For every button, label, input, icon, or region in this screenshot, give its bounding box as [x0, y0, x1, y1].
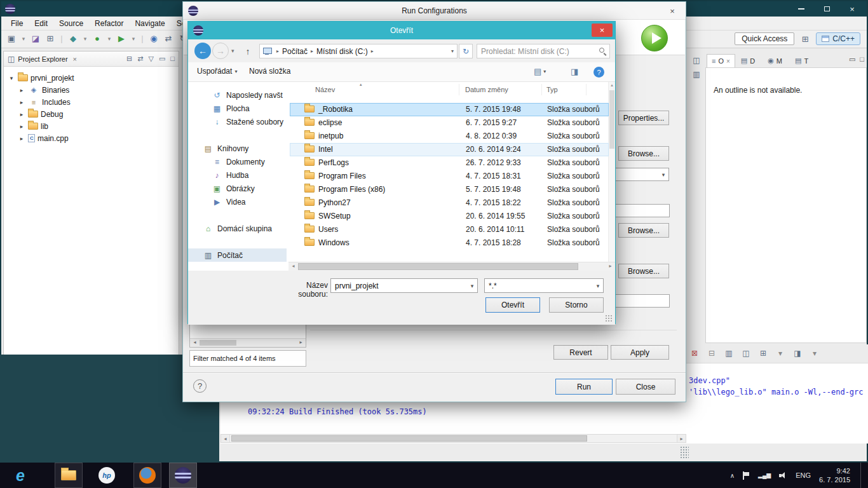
sidebar-item[interactable]: ≡ Dokumenty [188, 155, 287, 168]
breadcrumb-arrow-icon[interactable]: ▸ [368, 48, 374, 54]
column-header-name[interactable]: Název [315, 86, 335, 93]
toolbar-icon[interactable]: ▾ [107, 36, 112, 42]
help-button[interactable]: ? [193, 379, 207, 393]
view-mode-button[interactable]: ▤ ▾ [534, 67, 546, 76]
resize-grip[interactable] [680, 446, 689, 459]
volume-icon[interactable] [779, 471, 787, 479]
new-folder-button[interactable]: Nová složka [249, 67, 290, 76]
file-row[interactable]: Program Files (x86) 5. 7. 2015 19:48 Slo… [290, 183, 609, 196]
action-center-flag-icon[interactable] [743, 471, 750, 480]
scroll-right-icon[interactable]: ▸ [297, 339, 305, 345]
search-icon[interactable] [599, 48, 604, 53]
restore-view-icon[interactable]: ◫ [691, 56, 702, 65]
toolbar-icon[interactable]: | [60, 34, 64, 43]
show-desktop-button[interactable] [860, 463, 864, 488]
console-horizontal-scrollbar[interactable]: ◂ ▸ [220, 434, 686, 443]
close-button[interactable]: × [844, 3, 860, 15]
filename-combobox[interactable]: ▾ [330, 278, 478, 293]
view-tab[interactable]: ▤ D [736, 54, 762, 67]
up-button[interactable]: ↑ [240, 44, 255, 58]
refresh-button[interactable]: ↻ [459, 44, 473, 58]
quick-access-button[interactable]: Quick Access [735, 32, 794, 45]
toolbar-icon[interactable]: ◪ [31, 34, 41, 43]
taskbar-item-internet-explorer[interactable]: e [6, 463, 34, 488]
scrollbar-thumb[interactable] [200, 340, 236, 346]
sidebar-item[interactable]: ▣ Obrázky [188, 182, 287, 195]
tree-item[interactable]: ▸ lib [4, 120, 179, 132]
toolbar-icon[interactable]: ▾ [83, 36, 88, 42]
column-divider[interactable] [586, 84, 587, 95]
column-header-type[interactable]: Typ [546, 86, 558, 93]
file-row[interactable]: SWSetup 20. 6. 2014 19:55 Složka souborů [290, 210, 609, 223]
sidebar-item[interactable]: ↺ Naposledy navšt [188, 88, 287, 102]
tree-item[interactable]: ▸ ≡ Includes [4, 96, 179, 108]
close-button[interactable]: × [663, 4, 682, 17]
taskbar-item-eclipse[interactable] [169, 463, 197, 488]
run-button[interactable]: Run [555, 379, 613, 395]
breadcrumb[interactable]: PočítačMístní disk (C:) ▸ ▾ [259, 44, 458, 58]
network-icon[interactable]: ▂▄▆ [758, 472, 771, 478]
file-row[interactable]: Program Files 4. 7. 2015 18:31 Složka so… [290, 170, 609, 183]
toolbar-icon[interactable]: ⊞ [45, 34, 55, 43]
back-button[interactable]: ← [194, 43, 211, 59]
language-indicator[interactable]: ENG [796, 471, 811, 479]
view-toolbar-icon[interactable]: ▭ [159, 55, 165, 63]
tree-item[interactable]: ▸ Debug [4, 108, 179, 120]
sidebar-item[interactable]: ▶ Videa [188, 195, 287, 208]
menu-item[interactable]: Navigate [129, 18, 170, 29]
view-toolbar-icon[interactable]: □ [170, 55, 175, 63]
tree-item[interactable]: ▾ prvni_projekt [4, 72, 179, 84]
file-row[interactable]: Windows 4. 7. 2015 18:28 Složka souborů [290, 236, 609, 250]
toolbar-icon[interactable]: ◉ [149, 34, 159, 43]
browse-button[interactable]: Browse... [618, 264, 669, 278]
toolbar-icon[interactable]: | [140, 34, 144, 43]
toolbar-icon[interactable]: ▣ [6, 34, 17, 43]
clock[interactable]: 9:42 6. 7. 2015 [819, 466, 850, 485]
menu-item[interactable]: Edit [29, 18, 53, 29]
view-toolbar-icon[interactable]: ▽ [148, 55, 153, 63]
run-config-titlebar[interactable]: Run Configurations × [183, 2, 686, 20]
close-button[interactable]: × [592, 24, 613, 37]
scroll-right-icon[interactable]: ▸ [606, 263, 614, 269]
expand-arrow-icon[interactable]: ▸ [18, 123, 25, 130]
sidebar-item[interactable]: ↓ Stažené soubory [188, 115, 287, 128]
browse-button[interactable]: Browse... [618, 146, 669, 161]
file-row[interactable]: inetpub 4. 8. 2012 0:39 Složka souborů [290, 130, 609, 143]
organize-button[interactable]: Uspořádat ▾ [197, 67, 237, 76]
chevron-down-icon[interactable]: ▾ [593, 283, 603, 289]
help-button[interactable]: ? [593, 67, 604, 78]
file-list-horizontal-scrollbar[interactable]: ◂ ▸ [288, 262, 615, 271]
toolbar-icon[interactable]: ● [92, 34, 102, 43]
view-tab[interactable]: ≡ O × [707, 54, 735, 67]
tree-horizontal-scrollbar[interactable]: ◂ ▸ [190, 338, 306, 347]
column-divider[interactable] [459, 84, 459, 95]
column-header-date[interactable]: Datum změny [465, 86, 508, 93]
scrollbar-thumb[interactable] [298, 263, 578, 270]
file-row[interactable]: PerfLogs 26. 7. 2012 9:33 Složka souborů [290, 156, 609, 170]
perspective-button-cpp[interactable]: C/C++ [816, 32, 860, 45]
close-view-icon[interactable]: × [73, 55, 77, 63]
properties-button[interactable]: Properties... [618, 111, 669, 125]
menu-item[interactable]: File [5, 18, 29, 29]
scrollbar-thumb[interactable] [231, 435, 587, 442]
file-row[interactable]: Users 20. 6. 2014 10:11 Složka souborů [290, 223, 609, 236]
toolbar-icon[interactable]: ◆ [68, 34, 78, 43]
chevron-down-icon[interactable]: ▾ [451, 48, 457, 54]
scroll-right-icon[interactable]: ▸ [677, 435, 686, 442]
history-chevron-icon[interactable]: ▾ [231, 48, 234, 54]
close-view-icon[interactable]: × [726, 58, 730, 65]
browse-button[interactable]: Browse... [618, 223, 669, 238]
restore-view-icon[interactable]: ▥ [691, 70, 702, 79]
chevron-down-icon[interactable]: ▾ [467, 283, 477, 289]
taskbar-item-firefox[interactable] [133, 463, 161, 488]
scroll-left-icon[interactable]: ◂ [191, 339, 199, 345]
taskbar-item-file-explorer[interactable] [55, 463, 83, 488]
cancel-button[interactable]: Storno [549, 297, 604, 313]
tree-item[interactable]: ▸ main.cpp [4, 132, 179, 144]
search-input[interactable] [477, 44, 592, 58]
scroll-left-icon[interactable]: ◂ [289, 263, 297, 269]
revert-button[interactable]: Revert [553, 345, 608, 360]
view-toolbar-icon[interactable]: ⊟ [126, 55, 132, 63]
minimize-view-icon[interactable]: ▭ [849, 55, 855, 64]
sidebar-item[interactable]: ▥ Počítač [188, 248, 287, 262]
